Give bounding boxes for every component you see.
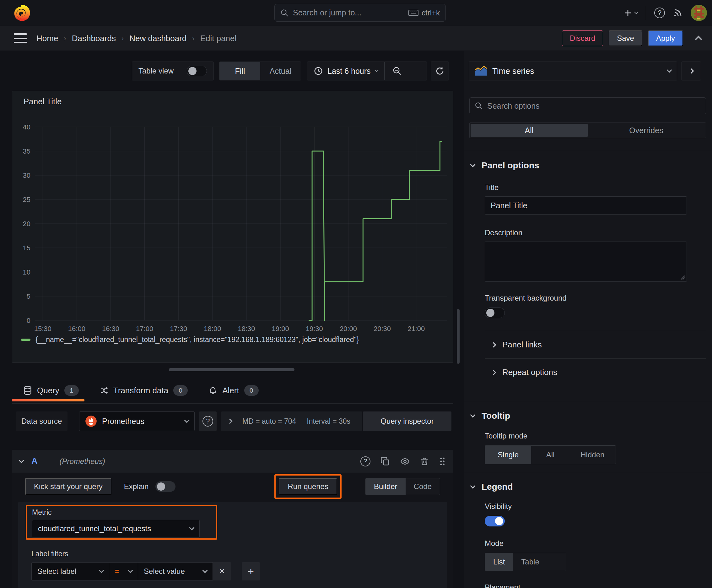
- table-view-toggle[interactable]: [187, 66, 207, 76]
- resize-grip-icon: [679, 275, 685, 280]
- topbar-divider: [646, 6, 646, 20]
- mode-table[interactable]: Table: [513, 553, 547, 571]
- series-label[interactable]: {__name__="cloudflared_tunnel_total_requ…: [36, 335, 359, 344]
- tooltip-single[interactable]: Single: [485, 446, 531, 464]
- tab-transform-data[interactable]: Transform data 0: [100, 381, 188, 400]
- svg-text:0: 0: [27, 317, 30, 324]
- run-queries-highlight: Run queries: [274, 474, 341, 499]
- collapse-up-button[interactable]: [693, 33, 704, 44]
- add-filter-button[interactable]: +: [242, 562, 260, 581]
- breadcrumb-bar: Home › Dashboards › New dashboard › Edit…: [0, 26, 712, 51]
- drag-query-handle[interactable]: [439, 457, 446, 466]
- svg-text:17:00: 17:00: [136, 325, 153, 333]
- global-search-input[interactable]: Search or jump to... ctrl+k: [274, 4, 446, 22]
- table-view-label: Table view: [138, 67, 174, 76]
- builder-option[interactable]: Builder: [366, 478, 406, 495]
- shuffle-icon: [100, 386, 108, 395]
- select-value-dropdown[interactable]: Select value: [138, 562, 213, 581]
- panel-title-input[interactable]: Panel Title: [485, 196, 687, 214]
- datasource-label: Data source: [16, 412, 67, 431]
- metric-value: cloudflared_tunnel_total_requests: [38, 524, 185, 533]
- remove-filter-button[interactable]: ✕: [213, 562, 231, 581]
- hide-query-button[interactable]: [400, 457, 410, 466]
- menu-toggle-button[interactable]: [14, 33, 27, 43]
- operator-dropdown[interactable]: =: [109, 562, 138, 581]
- grafana-logo-icon[interactable]: [13, 4, 31, 22]
- visibility-toggle[interactable]: [485, 516, 505, 526]
- chevron-down-icon: [470, 162, 476, 167]
- visualization-picker[interactable]: Time series: [469, 62, 677, 80]
- chevron-down-icon: [128, 568, 133, 573]
- query-options-strip[interactable]: MD = auto = 704 Interval = 30s: [221, 412, 362, 431]
- refresh-button[interactable]: [431, 62, 449, 80]
- tooltip-all[interactable]: All: [531, 446, 569, 464]
- svg-text:18:00: 18:00: [204, 325, 221, 333]
- chevron-right-icon: [227, 419, 233, 424]
- apply-button[interactable]: Apply: [648, 30, 683, 46]
- tab-transform-count: 0: [173, 385, 188, 396]
- datasource-picker[interactable]: Prometheus: [79, 412, 195, 431]
- add-new-button[interactable]: [624, 8, 638, 17]
- tab-query[interactable]: Query 1: [23, 381, 79, 400]
- actual-option[interactable]: Actual: [260, 62, 301, 80]
- code-option[interactable]: Code: [406, 478, 440, 495]
- panel-options-section: Panel options Title Panel Title Descript…: [464, 151, 712, 402]
- left-pane-scrollbar[interactable]: [457, 309, 459, 364]
- tooltip-header[interactable]: Tooltip: [471, 411, 712, 421]
- tab-overrides[interactable]: Overrides: [588, 124, 705, 137]
- options-search[interactable]: Search options: [469, 97, 706, 114]
- breadcrumb-separator: ›: [192, 35, 194, 43]
- explain-control: Explain: [124, 481, 176, 492]
- fill-option[interactable]: Fill: [220, 62, 260, 80]
- chevron-right-icon: [689, 68, 694, 74]
- user-avatar[interactable]: [691, 5, 707, 21]
- panel-options-header[interactable]: Panel options: [471, 161, 712, 171]
- chevron-down-icon: [667, 67, 672, 73]
- visibility-label: Visibility: [485, 502, 712, 511]
- repeat-options-header[interactable]: Repeat options: [492, 368, 712, 377]
- duplicate-query-button[interactable]: [381, 457, 390, 466]
- transparent-background-toggle[interactable]: [485, 308, 505, 318]
- zoom-out-button[interactable]: [385, 62, 410, 80]
- shortcut-hint: ctrl+k: [408, 8, 440, 17]
- panel-links-header[interactable]: Panel links: [492, 340, 712, 350]
- legend-header[interactable]: Legend: [471, 482, 712, 492]
- plus-icon: [624, 8, 632, 17]
- tab-all[interactable]: All: [471, 124, 588, 137]
- explain-toggle[interactable]: [155, 481, 175, 492]
- tab-alert[interactable]: Alert 0: [209, 381, 258, 400]
- chevron-down-icon: [184, 418, 190, 423]
- select-label-dropdown[interactable]: Select label: [31, 562, 109, 581]
- breadcrumb-dashboards[interactable]: Dashboards: [72, 34, 116, 43]
- collapse-options-button[interactable]: [682, 62, 701, 80]
- collapse-query-icon[interactable]: [19, 458, 24, 463]
- breadcrumb-new-dashboard[interactable]: New dashboard: [129, 34, 187, 43]
- query-row-header[interactable]: A (Prometheus) ?: [12, 450, 453, 473]
- run-queries-button[interactable]: Run queries: [279, 478, 337, 495]
- explain-label: Explain: [124, 482, 149, 491]
- svg-text:16:00: 16:00: [68, 325, 85, 333]
- panel-options-pane: Time series Search options All Overrides…: [464, 51, 712, 588]
- datasource-help-button[interactable]: ?: [199, 412, 217, 431]
- metric-select[interactable]: cloudflared_tunnel_total_requests: [32, 520, 200, 538]
- max-data-points: MD = auto = 704: [242, 417, 296, 426]
- description-textarea[interactable]: [485, 241, 687, 282]
- breadcrumb-home[interactable]: Home: [37, 34, 58, 43]
- series-color-swatch[interactable]: [21, 339, 30, 341]
- delete-query-button[interactable]: [420, 457, 429, 466]
- label-filter-row: Select label = Select value ✕ +: [31, 562, 260, 581]
- time-range-picker[interactable]: Last 6 hours: [307, 62, 384, 80]
- query-inspector-button[interactable]: Query inspector: [363, 412, 451, 431]
- news-rss-button[interactable]: [673, 8, 683, 18]
- mode-list[interactable]: List: [485, 553, 513, 571]
- kick-start-query-button[interactable]: Kick start your query: [25, 478, 111, 495]
- help-button[interactable]: ?: [654, 7, 665, 18]
- tooltip-hidden[interactable]: Hidden: [569, 446, 616, 464]
- query-help-icon[interactable]: ?: [360, 456, 370, 466]
- resize-handle[interactable]: [169, 368, 295, 371]
- save-button[interactable]: Save: [609, 30, 642, 46]
- discard-button[interactable]: Discard: [562, 30, 603, 46]
- rss-icon: [673, 8, 683, 18]
- database-icon: [23, 386, 32, 395]
- time-series-chart[interactable]: 051015202530354015:3016:0016:3017:0017:3…: [19, 121, 449, 337]
